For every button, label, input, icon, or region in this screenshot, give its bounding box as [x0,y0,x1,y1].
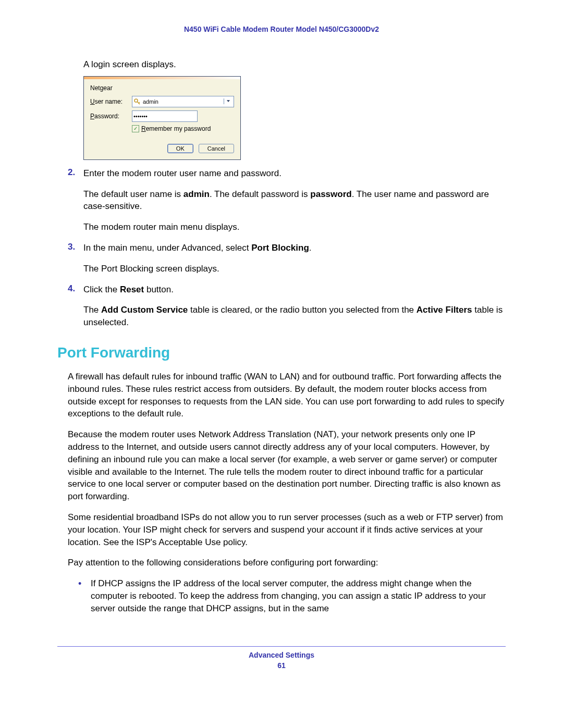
step-number: 3. [68,242,75,252]
cancel-button[interactable]: Cancel [199,144,234,153]
section-heading: Port Forwarding [57,344,506,361]
username-value: admin [143,98,224,105]
body-paragraph: A firewall has default rules for inbound… [68,371,506,420]
step-paragraph: The Add Custom Service table is cleared,… [83,304,506,329]
remember-label: Remember my password [141,125,211,132]
password-value: ••••••• [133,113,196,119]
document-header: N450 WiFi Cable Modem Router Model N450/… [57,25,506,33]
step-item: 4.Click the Reset button.The Add Custom … [68,283,506,329]
ok-button[interactable]: OK [167,144,193,153]
bullet-list: If DHCP assigns the IP address of the lo… [78,577,506,614]
step-item: 2.Enter the modem router user name and p… [68,167,506,233]
list-item: If DHCP assigns the IP address of the lo… [78,577,506,614]
footer-section: Advanced Settings [57,651,506,659]
step-paragraph: In the main menu, under Advanced, select… [83,242,506,254]
footer: Advanced Settings 61 [57,646,506,670]
steps-list: 2.Enter the modem router user name and p… [68,167,506,329]
password-label: Password: [90,113,132,120]
password-input[interactable]: ••••••• [132,110,198,122]
dropdown-button[interactable] [224,98,232,104]
step-number: 2. [68,167,75,178]
step-paragraph: The modem router main menu displays. [83,221,506,233]
intro-text: A login screen displays. [83,58,506,71]
body-paragraph: Because the modem router uses Network Ad… [68,428,506,503]
step-paragraph: The Port Blocking screen displays. [83,263,506,275]
step-paragraph: Click the Reset button. [83,283,506,296]
step-number: 4. [68,283,75,294]
login-dialog: Netgear User name: admin Passwor [83,76,241,160]
username-label: User name: [90,98,132,105]
checkbox-checked-icon: ✓ [132,125,139,132]
username-input[interactable]: admin [132,96,234,107]
body-paragraph: Some residential broadband ISPs do not a… [68,511,506,548]
step-paragraph: The default user name is admin. The defa… [83,188,506,213]
body-paragraph: Pay attention to the following considera… [68,557,506,569]
login-brand: Netgear [90,84,234,92]
step-item: 3.In the main menu, under Advanced, sele… [68,242,506,275]
remember-password-checkbox[interactable]: ✓ Remember my password [132,125,234,132]
step-paragraph: Enter the modem router user name and pas… [83,167,506,180]
footer-page-number: 61 [57,661,506,670]
chevron-down-icon [226,99,230,103]
key-icon [133,98,141,105]
